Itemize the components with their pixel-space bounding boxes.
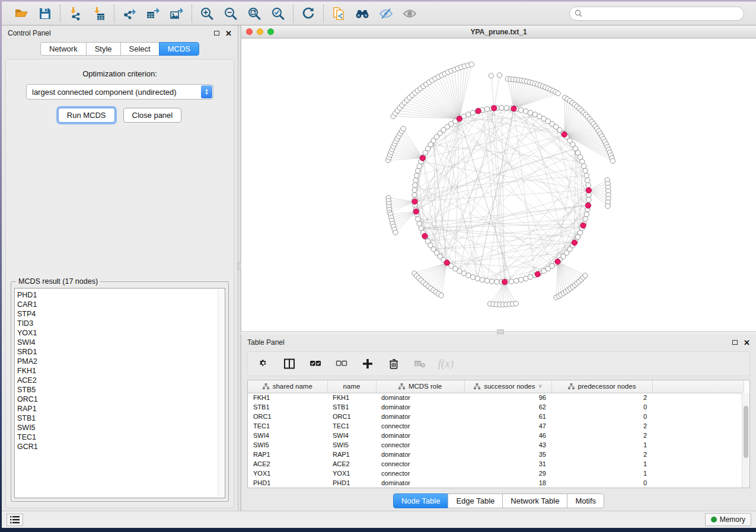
tab-style[interactable]: Style <box>86 42 121 56</box>
column-header-shared-name[interactable]: shared name <box>248 380 327 393</box>
cell-name: SWI5 <box>327 440 376 450</box>
result-node[interactable]: STP4 <box>17 309 225 319</box>
tab-motifs[interactable]: Motifs <box>567 493 604 508</box>
clone-network-icon[interactable] <box>331 6 346 21</box>
table-row[interactable]: RAP1RAP1dominator352 <box>248 450 744 459</box>
run-mcds-button[interactable]: Run MCDS <box>58 108 115 123</box>
table-scrollbar-thumb[interactable] <box>744 406 748 458</box>
result-node[interactable]: ORC1 <box>17 395 225 404</box>
table-row[interactable]: PHD1PHD1dominator180 <box>248 478 744 488</box>
export-network-icon[interactable] <box>122 6 137 21</box>
close-panel-icon[interactable]: ✕ <box>225 30 232 37</box>
result-node[interactable]: TEC1 <box>17 432 225 442</box>
table-scrollbar[interactable] <box>742 393 749 488</box>
table-row[interactable]: SWI5SWI5connector431 <box>248 440 744 450</box>
cell-predecessors: 2 <box>551 431 652 440</box>
table-row[interactable]: FKH1FKH1dominator962 <box>248 393 744 402</box>
tab-mcds[interactable]: MCDS <box>159 42 199 56</box>
cell-filler <box>652 393 744 402</box>
result-node[interactable]: YOX1 <box>17 328 225 338</box>
zoom-selected-icon[interactable] <box>270 6 286 21</box>
result-node[interactable]: CAR1 <box>17 300 225 309</box>
zoom-out-icon[interactable] <box>223 6 238 21</box>
tab-edge-table[interactable]: Edge Table <box>448 493 503 508</box>
splitter-grip[interactable] <box>497 329 504 334</box>
column-header-mcds-role[interactable]: MCDS role <box>376 380 464 393</box>
cell-filler <box>652 421 744 431</box>
show-all-icon[interactable] <box>402 6 417 21</box>
result-node[interactable]: SWI5 <box>17 423 225 432</box>
tab-select[interactable]: Select <box>120 42 160 56</box>
open-file-icon[interactable] <box>14 6 29 21</box>
result-node[interactable]: SWI4 <box>17 338 225 347</box>
float-panel-icon[interactable] <box>214 30 219 37</box>
result-list-scrollbar[interactable] <box>218 289 224 497</box>
optimization-criterion-select[interactable]: largest connected component (undirected)… <box>26 84 213 100</box>
result-node[interactable]: RAP1 <box>17 404 225 414</box>
result-node[interactable]: SRD1 <box>17 347 225 357</box>
vertical-splitter[interactable] <box>238 25 241 511</box>
import-network-icon[interactable] <box>68 6 83 21</box>
cell-successors: 62 <box>464 402 551 412</box>
cell-mcds_role: dominator <box>376 450 464 459</box>
cell-predecessors: 0 <box>551 478 652 488</box>
split-panel-icon[interactable] <box>282 357 296 371</box>
network-canvas[interactable] <box>241 39 756 331</box>
table-row[interactable]: YOX1YOX1connector291 <box>248 469 744 478</box>
zoom-fit-icon[interactable] <box>247 6 262 21</box>
cell-successors: 96 <box>464 393 551 402</box>
refresh-icon[interactable] <box>301 6 316 21</box>
result-node[interactable]: PHD1 <box>17 290 225 300</box>
add-column-icon[interactable] <box>361 357 375 371</box>
memory-button[interactable]: Memory <box>705 513 751 526</box>
node-table[interactable]: shared name name MCDS role successor nod… <box>247 380 750 488</box>
cell-shared_name: YOX1 <box>248 469 327 478</box>
task-history-button[interactable] <box>7 514 23 526</box>
select-all-rows-icon[interactable] <box>308 357 323 371</box>
result-node[interactable]: STB5 <box>17 385 225 395</box>
network-graph[interactable] <box>241 39 756 331</box>
result-node[interactable]: ACE2 <box>17 376 225 385</box>
column-settings-icon[interactable] <box>256 357 270 371</box>
table-row[interactable]: ACE2ACE2connector311 <box>248 459 744 469</box>
column-header-name[interactable]: name <box>327 380 376 393</box>
window-close-icon[interactable] <box>246 28 253 35</box>
table-row[interactable]: SWI4SWI4dominator462 <box>248 431 744 440</box>
table-row[interactable]: TEC1TEC1connector472 <box>248 421 744 431</box>
status-bar: Memory <box>2 511 756 528</box>
float-panel-icon[interactable] <box>732 339 738 346</box>
close-panel-button[interactable]: Close panel <box>123 108 182 123</box>
tab-network-table[interactable]: Network Table <box>502 493 567 508</box>
import-table-icon[interactable] <box>91 6 107 21</box>
zoom-in-icon[interactable] <box>199 6 215 21</box>
mcds-result-list[interactable]: PHD1CAR1STP4TID3YOX1SWI4SRD1PMA2FKH1ACE2… <box>14 288 225 498</box>
close-panel-icon[interactable]: ✕ <box>744 339 750 347</box>
export-image-icon[interactable] <box>169 6 184 21</box>
window-maximize-icon[interactable] <box>267 28 274 35</box>
delete-column-icon[interactable] <box>387 357 401 371</box>
export-table-icon[interactable] <box>145 6 161 21</box>
column-header-predecessor-nodes[interactable]: predecessor nodes <box>551 380 652 393</box>
table-row[interactable]: STB1STB1dominator620 <box>248 402 744 412</box>
search-input[interactable] <box>585 9 739 18</box>
save-session-icon[interactable] <box>37 6 53 21</box>
deselect-all-rows-icon[interactable] <box>334 357 349 371</box>
table-row[interactable]: ORC1ORC1dominator610 <box>248 412 744 421</box>
window-minimize-icon[interactable] <box>257 28 263 35</box>
horizontal-splitter[interactable] <box>241 331 756 335</box>
tab-node-table[interactable]: Node Table <box>393 493 449 508</box>
column-header-successor-nodes[interactable]: successor nodes˅ <box>464 380 551 393</box>
result-node[interactable]: GCR1 <box>17 442 225 451</box>
result-node[interactable]: STB1 <box>17 414 225 423</box>
cell-filler <box>652 450 744 459</box>
result-node[interactable]: PMA2 <box>17 357 225 366</box>
cell-filler <box>652 469 744 478</box>
cell-filler <box>652 402 744 412</box>
hide-selected-icon[interactable] <box>378 6 394 21</box>
memory-status-icon <box>711 517 717 523</box>
result-node[interactable]: TID3 <box>17 319 225 328</box>
first-neighbors-icon[interactable] <box>355 6 370 21</box>
search-field[interactable] <box>569 7 744 21</box>
tab-network[interactable]: Network <box>40 42 87 56</box>
result-node[interactable]: FKH1 <box>17 366 225 376</box>
